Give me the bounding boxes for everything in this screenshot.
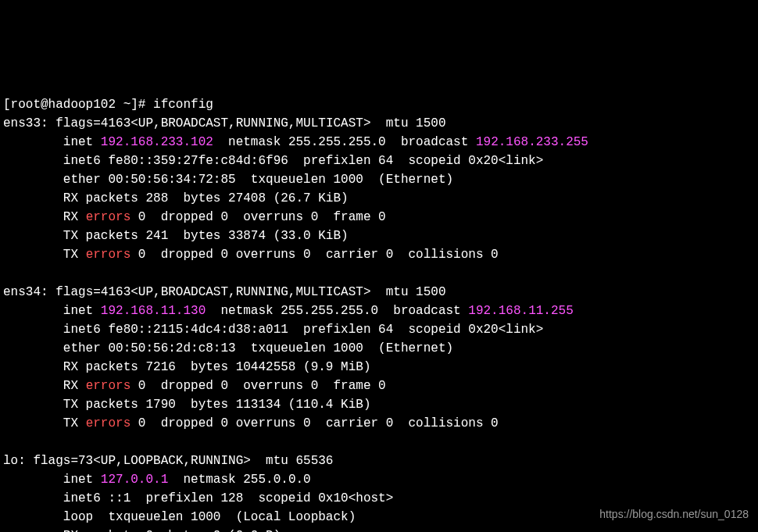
inet-label: inet: [3, 473, 101, 487]
iface-name: ens33:: [3, 116, 55, 130]
iface-name: lo:: [3, 454, 33, 468]
loop-line: loop txqueuelen 1000 (Local Loopback): [3, 510, 356, 524]
tx-packets-line: TX packets 241 bytes 33874 (33.0 KiB): [3, 229, 349, 243]
inet-address: 192.168.11.130: [101, 304, 206, 318]
errors-word: errors: [86, 379, 131, 393]
inet6-line: inet6 fe80::2115:4dc4:d38:a011 prefixlen…: [3, 323, 543, 337]
ether-line: ether 00:50:56:2d:c8:13 txqueuelen 1000 …: [3, 341, 453, 355]
rx-err-values: 0 dropped 0 overruns 0 frame 0: [131, 210, 385, 224]
errors-word: errors: [86, 210, 131, 224]
inet-address: 127.0.0.1: [101, 473, 168, 487]
inet6-line: inet6 fe80::359:27fe:c84d:6f96 prefixlen…: [3, 154, 543, 168]
netmask-text: netmask 255.255.255.0 broadcast: [213, 135, 476, 149]
inet-address: 192.168.233.102: [101, 135, 213, 149]
inet-label: inet: [3, 135, 101, 149]
tx-err-values: 0 dropped 0 overruns 0 carrier 0 collisi…: [131, 416, 498, 430]
inet6-line: inet6 ::1 prefixlen 128 scopeid 0x10<hos…: [3, 491, 393, 505]
command-text: ifconfig: [153, 98, 213, 112]
broadcast-address: 192.168.233.255: [476, 135, 588, 149]
iface-name: ens34:: [3, 285, 55, 299]
rx-err-values: 0 dropped 0 overruns 0 frame 0: [131, 379, 385, 393]
netmask-text: netmask 255.255.255.0 broadcast: [206, 304, 468, 318]
errors-word: errors: [86, 416, 131, 430]
shell-prompt: [root@hadoop102 ~]#: [3, 98, 153, 112]
tx-err-prefix: TX: [3, 416, 86, 430]
rx-packets-line: RX packets 288 bytes 27408 (26.7 KiB): [3, 191, 349, 205]
errors-word: errors: [86, 248, 131, 262]
tx-err-values: 0 dropped 0 overruns 0 carrier 0 collisi…: [131, 248, 498, 262]
inet-label: inet: [3, 304, 101, 318]
rx-err-prefix: RX: [3, 210, 86, 224]
iface-flags: flags=4163<UP,BROADCAST,RUNNING,MULTICAS…: [55, 285, 445, 299]
rx-packets-line: RX packets 0 bytes 0 (0.0 B): [3, 529, 281, 532]
terminal-output: [root@hadoop102 ~]# ifconfig ens33: flag…: [3, 77, 755, 532]
watermark-text: https://blog.csdn.net/sun_0128: [599, 506, 749, 523]
broadcast-address: 192.168.11.255: [468, 304, 573, 318]
rx-err-prefix: RX: [3, 379, 86, 393]
tx-packets-line: TX packets 1790 bytes 113134 (110.4 KiB): [3, 398, 370, 412]
iface-flags: flags=4163<UP,BROADCAST,RUNNING,MULTICAS…: [55, 116, 445, 130]
netmask-text: netmask 255.0.0.0: [168, 473, 310, 487]
tx-err-prefix: TX: [3, 248, 86, 262]
rx-packets-line: RX packets 7216 bytes 10442558 (9.9 MiB): [3, 360, 370, 374]
ether-line: ether 00:50:56:34:72:85 txqueuelen 1000 …: [3, 173, 453, 187]
iface-flags: flags=73<UP,LOOPBACK,RUNNING> mtu 65536: [33, 454, 333, 468]
